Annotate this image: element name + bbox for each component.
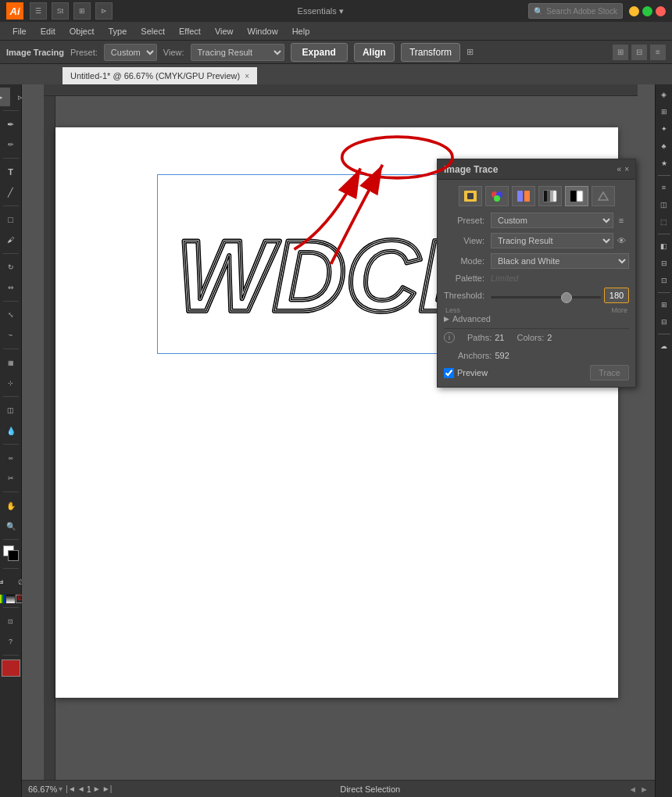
- brushes-panel-btn[interactable]: ✦: [657, 122, 671, 136]
- pen-tool[interactable]: ✒: [2, 115, 20, 134]
- menu-window[interactable]: Window: [241, 25, 284, 38]
- swatches-panel-btn[interactable]: ⊞: [657, 105, 671, 119]
- view-mode-icon[interactable]: ⊞: [73, 2, 91, 20]
- zoom-tool[interactable]: 🔍: [2, 516, 20, 535]
- layers-btn[interactable]: ⊞: [657, 298, 671, 312]
- preview-checkbox[interactable]: [444, 368, 454, 378]
- arrange-panels-icon[interactable]: ⊞: [613, 45, 628, 60]
- panel-collapse-btn[interactable]: «: [617, 165, 622, 173]
- gradient-tool[interactable]: ◫: [2, 401, 20, 420]
- artboards-btn[interactable]: ⊟: [657, 315, 671, 329]
- menu-type[interactable]: Type: [102, 25, 134, 38]
- appearance-btn[interactable]: ◧: [657, 239, 671, 253]
- maximize-btn[interactable]: [642, 6, 652, 16]
- arrange-icon[interactable]: ⊳: [95, 2, 113, 20]
- threshold-slider[interactable]: [491, 296, 601, 298]
- menu-file[interactable]: File: [6, 25, 33, 38]
- arrange-icon2[interactable]: ⊞: [466, 47, 474, 57]
- menu-object[interactable]: Object: [63, 25, 101, 38]
- align-button[interactable]: Align: [354, 43, 395, 62]
- prev-page-btn[interactable]: |◄: [66, 784, 76, 793]
- next-page-btn[interactable]: ►: [93, 784, 101, 793]
- close-btn[interactable]: [656, 6, 666, 16]
- scale-tool[interactable]: ⤡: [2, 306, 20, 324]
- search-container[interactable]: 🔍 Search Adobe Stock: [528, 3, 623, 19]
- menu-edit[interactable]: Edit: [34, 25, 62, 38]
- transparency-panel-btn[interactable]: ⬚: [657, 215, 671, 229]
- warp-tool[interactable]: ~: [2, 326, 20, 345]
- preset-auto-color[interactable]: [459, 186, 482, 206]
- zoom-control: 66.67% ▾: [28, 784, 63, 794]
- artboard-tool[interactable]: ⊡: [2, 612, 20, 631]
- gradient-panel-btn[interactable]: ◫: [657, 198, 671, 212]
- gradient-icon[interactable]: [6, 595, 15, 603]
- bridge-icon[interactable]: St: [52, 2, 69, 20]
- expand-button[interactable]: Expand: [291, 43, 348, 62]
- preset-low-color[interactable]: [512, 186, 535, 206]
- advanced-row[interactable]: ▶ Advanced: [444, 314, 629, 323]
- next-page-btn2[interactable]: ►|: [102, 784, 113, 793]
- rect-tool[interactable]: □: [2, 210, 20, 229]
- tab-close-btn[interactable]: ×: [245, 72, 249, 80]
- pencil-tool[interactable]: ✏: [2, 135, 20, 154]
- scissors-tool[interactable]: ✂: [2, 469, 20, 488]
- info-icon[interactable]: i: [444, 332, 455, 343]
- menu-icon[interactable]: ≡: [650, 45, 666, 60]
- swap-colors-btn[interactable]: ⇄: [0, 573, 10, 591]
- cc-libraries-btn[interactable]: ☁: [657, 339, 671, 353]
- swatch-preview[interactable]: [2, 659, 20, 677]
- prev-page-btn2[interactable]: ◄: [77, 784, 85, 793]
- hand-tool[interactable]: ✋: [2, 496, 20, 515]
- preset-grayscale[interactable]: [538, 186, 562, 206]
- threshold-input[interactable]: [604, 288, 629, 303]
- new-file-icon[interactable]: ☰: [30, 2, 47, 20]
- panel-close-btn[interactable]: ×: [624, 165, 629, 173]
- panel-layout-icon[interactable]: ⊟: [631, 45, 647, 60]
- document-tab[interactable]: Untitled-1* @ 66.67% (CMYK/GPU Preview) …: [63, 67, 257, 84]
- view-select[interactable]: Tracing Result: [191, 44, 284, 61]
- menu-select[interactable]: Select: [134, 25, 171, 38]
- view-dropdown[interactable]: Tracing Result: [491, 233, 613, 248]
- preset-menu-btn[interactable]: ≡: [613, 213, 629, 228]
- mesh-tool[interactable]: ⊹: [2, 373, 20, 392]
- eyedropper-tool[interactable]: 💧: [2, 421, 20, 440]
- menu-effect[interactable]: Effect: [173, 25, 207, 38]
- workspace-switcher[interactable]: Essentials ▾: [298, 6, 344, 16]
- view-visibility-btn[interactable]: 👁: [613, 233, 629, 248]
- color-boxes[interactable]: [2, 545, 20, 563]
- question-tool[interactable]: ?: [2, 632, 20, 651]
- line-tool[interactable]: ╱: [2, 183, 20, 202]
- mode-dropdown[interactable]: Black and White: [491, 253, 629, 269]
- threshold-field-label: Threshold:: [444, 291, 491, 300]
- colors-value: 2: [547, 333, 552, 342]
- symbols-panel-btn[interactable]: ♣: [657, 139, 671, 153]
- graphic-styles-btn[interactable]: ★: [657, 156, 671, 170]
- reflect-tool[interactable]: ⇔: [2, 278, 20, 297]
- selection-tool[interactable]: ▸: [0, 88, 10, 106]
- preset-select[interactable]: Custom: [104, 44, 157, 61]
- transform-button[interactable]: Transform: [401, 43, 460, 62]
- text-tool[interactable]: T: [2, 163, 20, 181]
- graph-tool[interactable]: ▦: [2, 353, 20, 372]
- align-panel-btn[interactable]: ⊟: [657, 256, 671, 270]
- preset-high-color[interactable]: [485, 186, 509, 206]
- rotate-tool[interactable]: ↻: [2, 258, 20, 277]
- stroke-color[interactable]: [8, 550, 19, 561]
- nav-left-icon[interactable]: ◄: [628, 784, 637, 794]
- color-panel-btn[interactable]: ◈: [657, 88, 671, 102]
- color-icon[interactable]: [0, 595, 5, 603]
- zoom-dropdown-icon[interactable]: ▾: [59, 784, 63, 793]
- page-number[interactable]: 1: [87, 784, 91, 794]
- trace-button[interactable]: Trace: [590, 365, 629, 381]
- paintbrush-tool[interactable]: 🖌: [2, 231, 20, 249]
- transform-panel-btn[interactable]: ⊡: [657, 273, 671, 288]
- menu-help[interactable]: Help: [286, 25, 316, 38]
- preset-outline[interactable]: [592, 186, 615, 206]
- preset-black-white[interactable]: [565, 186, 588, 206]
- minimize-btn[interactable]: [629, 6, 639, 16]
- preset-dropdown[interactable]: Custom: [491, 213, 613, 228]
- menu-view[interactable]: View: [209, 25, 240, 38]
- nav-right-icon[interactable]: ►: [640, 784, 649, 794]
- blend-tool[interactable]: ∞: [2, 449, 20, 467]
- stroke-panel-btn[interactable]: ≡: [657, 180, 671, 195]
